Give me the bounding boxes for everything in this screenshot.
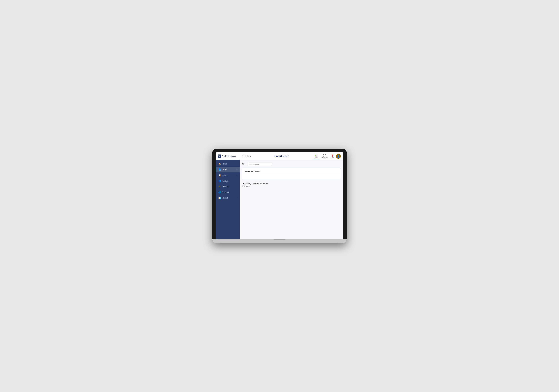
sidebar-item-engage[interactable]: 👥 Engage — [216, 178, 240, 184]
brand-teach: Teach — [282, 155, 289, 158]
topbar-left: ‹ IT2 ▾ — [242, 154, 251, 158]
org-selector[interactable]: IT2 ▾ — [247, 155, 251, 157]
main-content: ‹ IT2 ▾ SmartTeach 📊 Librar — [240, 152, 343, 239]
sidebar-item-report[interactable]: 📊 Report ▾ — [216, 195, 240, 201]
recently-viewed-section: Recently Viewed — [242, 168, 341, 179]
nav-icon-teach: 📘 — [218, 168, 221, 171]
nav-chevron-assess: ▾ — [237, 175, 237, 176]
teaching-guides-title: Teaching Guides for Twos — [242, 182, 341, 185]
messages-label: Messages — [322, 157, 328, 159]
help-label: Help — [331, 157, 334, 159]
nav-label-develop: Develop — [222, 186, 237, 188]
nav-icon-develop: 🎓 — [218, 185, 221, 188]
nav-label-engage: Engage — [222, 180, 237, 182]
nav-label-home: Home — [222, 163, 237, 165]
messages-icon: 💬 — [323, 154, 326, 157]
back-button[interactable]: ‹ — [242, 154, 246, 158]
recently-viewed-books — [242, 174, 341, 179]
brand-smart: Smart — [274, 155, 282, 158]
logo-bold: Teaching — [222, 155, 228, 157]
sidebar-item-hub[interactable]: 🌐 The Hub — [216, 189, 240, 195]
filter-bar: Filter: — [242, 162, 341, 166]
logo-light: Strategies — [228, 155, 236, 157]
filter-input[interactable] — [248, 162, 272, 166]
nav-icon-assess: 📋 — [218, 174, 221, 177]
recently-viewed-title: Recently Viewed — [242, 168, 341, 174]
brand-logo: SmartTeach — [274, 155, 289, 158]
nav-icon-hub: 🌐 — [218, 191, 221, 194]
app-container: TS TeachingStrategies 🏠 Home 📘 Teach ▾ 📋… — [216, 152, 343, 239]
topbar-action-messages[interactable]: 💬 Messages — [320, 153, 329, 159]
nav-label-teach: Teach — [222, 169, 235, 171]
org-name: IT2 — [247, 155, 250, 157]
help-icon: ❓ — [331, 154, 334, 157]
nav-chevron-report: ▾ — [237, 197, 237, 199]
sidebar-nav: 🏠 Home 📘 Teach ▾ 📋 Assess ▾ 👥 Engage 🎓 D… — [216, 160, 240, 239]
sidebar: TS TeachingStrategies 🏠 Home 📘 Teach ▾ 📋… — [216, 152, 240, 239]
sidebar-logo: TS TeachingStrategies — [216, 152, 240, 160]
topbar-action-help[interactable]: ❓ Help — [330, 153, 335, 159]
sidebar-item-develop[interactable]: 🎓 Develop — [216, 184, 240, 189]
library-label: Library — [314, 157, 318, 158]
library-icon: 📊 — [315, 154, 318, 157]
laptop-base — [212, 239, 347, 243]
topbar-actions: 📊 Library 💬 Messages ❓ Help 👤 — [313, 153, 341, 159]
nav-chevron-teach: ▾ — [237, 169, 237, 170]
nav-label-hub: The Hub — [222, 191, 237, 193]
nav-icon-engage: 👥 — [218, 179, 221, 182]
nav-icon-home: 🏠 — [218, 162, 221, 165]
logo-icon: TS — [218, 154, 221, 158]
filter-label: Filter: — [242, 163, 247, 165]
nav-label-assess: Assess — [222, 174, 235, 176]
laptop-frame: TS TeachingStrategies 🏠 Home 📘 Teach ▾ 📋… — [212, 149, 347, 243]
nav-label-report: Report — [222, 197, 235, 199]
content-area: Filter: Recently Viewed Teaching Guides … — [240, 160, 343, 239]
user-avatar[interactable]: 👤 — [336, 154, 341, 159]
topbar-brand: SmartTeach — [251, 155, 313, 158]
teaching-guides-count: 10 results — [242, 185, 341, 187]
laptop-screen: TS TeachingStrategies 🏠 Home 📘 Teach ▾ 📋… — [216, 152, 343, 239]
sidebar-item-teach[interactable]: 📘 Teach ▾ — [216, 167, 240, 172]
topbar-action-library[interactable]: 📊 Library — [313, 153, 319, 159]
nav-icon-report: 📊 — [218, 196, 221, 199]
sidebar-item-assess[interactable]: 📋 Assess ▾ — [216, 172, 240, 178]
sidebar-item-home[interactable]: 🏠 Home — [216, 161, 240, 167]
topbar: ‹ IT2 ▾ SmartTeach 📊 Librar — [240, 152, 343, 160]
teaching-guides-section: Teaching Guides for Twos 10 results — [242, 182, 341, 189]
logo-text: TeachingStrategies — [222, 155, 236, 157]
